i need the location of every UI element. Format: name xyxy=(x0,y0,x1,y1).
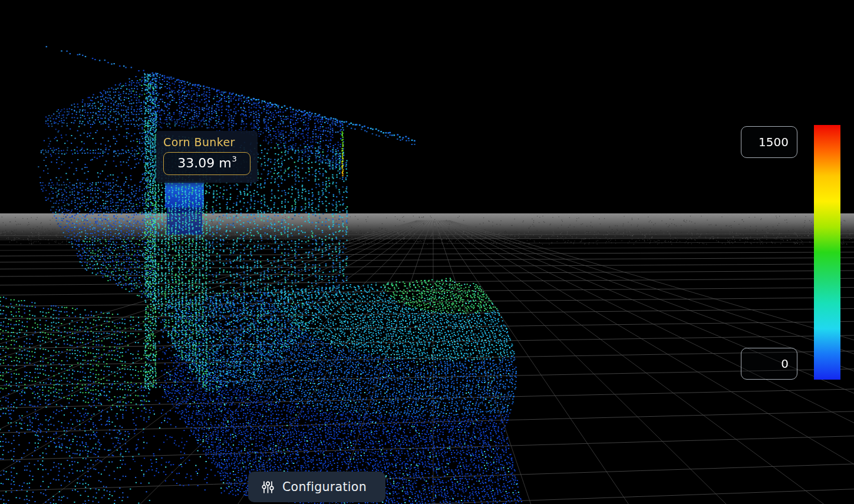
tooltip-title: Corn Bunker xyxy=(163,136,250,149)
scale-max-input[interactable] xyxy=(741,126,797,158)
configuration-label: Configuration xyxy=(282,480,367,494)
pointcloud-viewport[interactable]: Corn Bunker 33.09 m3 Configuration xyxy=(0,0,854,504)
sliders-icon xyxy=(262,480,274,494)
volume-unit: m xyxy=(219,156,231,170)
volume-readout: 33.09 m3 xyxy=(163,152,250,175)
volume-exponent: 3 xyxy=(232,154,237,163)
pointcloud-canvas[interactable] xyxy=(0,0,854,504)
measurement-tooltip: Corn Bunker 33.09 m3 xyxy=(156,131,258,183)
height-colorbar xyxy=(814,125,840,380)
volume-value: 33.09 xyxy=(177,156,215,170)
scale-min-input[interactable] xyxy=(741,348,797,380)
configuration-button[interactable]: Configuration xyxy=(248,472,385,502)
